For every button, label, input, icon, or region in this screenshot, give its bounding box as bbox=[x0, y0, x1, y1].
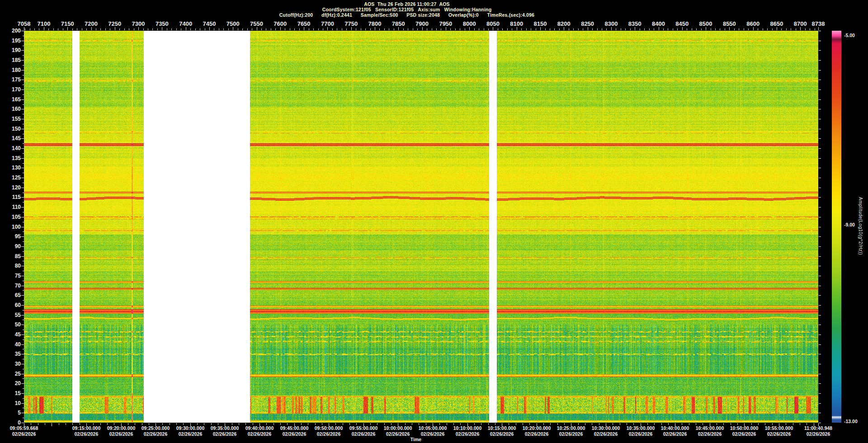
time-axis-minor-tick bbox=[100, 423, 101, 425]
y-axis-major-tick bbox=[21, 109, 24, 109]
time-axis-minor-tick bbox=[280, 423, 281, 425]
x-axis-minor-tick bbox=[507, 28, 508, 30]
x-axis-minor-tick bbox=[763, 28, 763, 30]
x-axis-major-tick bbox=[422, 27, 423, 30]
x-axis-major-tick bbox=[44, 27, 44, 30]
y-axis-tick-label: 55 bbox=[0, 312, 21, 318]
x-axis-tick-label: 7650 bbox=[290, 20, 317, 27]
x-axis-minor-tick bbox=[77, 28, 77, 30]
time-axis-minor-tick bbox=[370, 423, 371, 425]
x-axis-major-tick bbox=[91, 27, 92, 30]
time-axis-minor-tick bbox=[786, 423, 786, 425]
y-axis-minor-tick bbox=[23, 231, 24, 232]
colorbar-axis-label: Amplitude(Log10(g^2/Hz)) bbox=[858, 197, 863, 255]
time-axis-minor-tick bbox=[419, 423, 419, 425]
y-axis-minor-tick bbox=[23, 212, 24, 212]
y-axis-tick-label: 15 bbox=[0, 390, 21, 396]
y-axis-right-tick bbox=[819, 383, 821, 384]
y-axis-tick-label: 95 bbox=[0, 233, 21, 240]
y-axis-major-tick bbox=[21, 383, 24, 384]
y-axis-minor-tick bbox=[23, 153, 24, 154]
time-axis-minor-tick bbox=[93, 423, 94, 425]
time-axis-minor-tick bbox=[335, 423, 336, 425]
y-axis-tick-label: 0 bbox=[0, 419, 21, 426]
x-axis-major-tick bbox=[659, 27, 659, 30]
time-axis-minor-tick bbox=[550, 423, 551, 425]
x-axis-minor-tick bbox=[408, 28, 408, 30]
y-axis-tick-label: 70 bbox=[0, 283, 21, 289]
spectrogram-canvas[interactable] bbox=[24, 31, 818, 423]
y-axis-right-tick bbox=[819, 31, 821, 31]
x-axis-minor-tick bbox=[630, 28, 631, 30]
x-axis-minor-tick bbox=[460, 28, 460, 30]
time-axis-minor-tick bbox=[142, 423, 142, 425]
x-axis-tick-label: 7100 bbox=[30, 20, 57, 27]
x-axis-tick-label: 8500 bbox=[692, 20, 719, 27]
x-axis-tick-label: 7850 bbox=[385, 20, 412, 27]
y-axis-major-tick bbox=[21, 60, 24, 61]
y-axis-right-tick bbox=[819, 335, 821, 335]
y-axis-minor-tick bbox=[23, 222, 24, 222]
y-axis-major-tick bbox=[21, 50, 24, 51]
x-axis-tick-label: 8150 bbox=[527, 20, 554, 27]
y-axis-minor-tick bbox=[23, 398, 24, 399]
x-axis-minor-tick bbox=[758, 28, 758, 30]
x-axis-minor-tick bbox=[602, 28, 602, 30]
x-axis-minor-tick bbox=[479, 28, 479, 30]
time-axis-minor-tick bbox=[66, 423, 66, 425]
header-psd-params: Cutoff(Hz):200 df(Hz):0.2441 Sample/Sec:… bbox=[0, 12, 814, 18]
time-axis-minor-tick bbox=[578, 423, 579, 425]
x-axis-minor-tick bbox=[290, 28, 290, 30]
x-axis-minor-tick bbox=[370, 28, 371, 30]
x-axis-minor-tick bbox=[100, 28, 101, 30]
time-axis-minor-tick bbox=[543, 423, 544, 425]
y-axis-right-tick bbox=[819, 236, 821, 237]
x-axis-major-tick bbox=[540, 27, 541, 30]
y-axis-major-tick bbox=[21, 148, 24, 149]
x-axis-minor-tick bbox=[403, 28, 404, 30]
x-axis-tick-label: 7500 bbox=[219, 20, 246, 27]
time-axis-label: 10:15:00.00002/26/2026 bbox=[488, 425, 516, 437]
time-axis-minor-tick bbox=[38, 423, 38, 425]
time-axis-minor-tick bbox=[204, 423, 204, 425]
x-axis-minor-tick bbox=[39, 28, 39, 30]
y-axis-tick-label: 200 bbox=[0, 28, 21, 34]
time-axis-minor-tick bbox=[488, 423, 489, 425]
time-axis-label: 10:35:00.00002/26/2026 bbox=[627, 425, 655, 437]
y-axis-right-tick bbox=[819, 41, 821, 41]
x-axis-minor-tick bbox=[465, 28, 465, 30]
y-axis-right-tick bbox=[819, 197, 821, 198]
x-axis-major-tick bbox=[67, 27, 68, 30]
time-axis-label: 09:05:59.66802/26/2026 bbox=[10, 425, 38, 437]
x-axis-tick-label: 7450 bbox=[196, 20, 223, 27]
x-axis-minor-tick bbox=[342, 28, 342, 30]
y-axis-right-tick bbox=[819, 286, 821, 286]
y-axis-right-tick bbox=[819, 266, 821, 266]
x-axis-minor-tick bbox=[379, 28, 380, 30]
x-axis-minor-tick bbox=[223, 28, 224, 30]
x-axis-minor-tick bbox=[810, 28, 810, 30]
time-axis-minor-tick bbox=[723, 423, 724, 425]
time-axis-minor-tick bbox=[245, 423, 246, 425]
y-axis-tick-label: 90 bbox=[0, 243, 21, 250]
y-axis-major-tick bbox=[21, 217, 24, 217]
time-axis-minor-tick bbox=[557, 423, 558, 425]
y-axis-right-tick bbox=[819, 50, 821, 51]
x-axis-minor-tick bbox=[181, 28, 181, 30]
y-axis-right-tick bbox=[819, 246, 821, 247]
time-axis-minor-tick bbox=[308, 423, 308, 425]
y-axis-major-tick bbox=[21, 335, 24, 335]
y-axis-major-tick bbox=[21, 325, 24, 325]
y-axis-tick-label: 80 bbox=[0, 263, 21, 269]
y-axis-minor-tick bbox=[23, 134, 24, 134]
x-axis-minor-tick bbox=[796, 28, 796, 30]
x-axis-major-tick bbox=[398, 27, 399, 30]
y-axis-tick-label: 160 bbox=[0, 106, 21, 112]
x-axis-minor-tick bbox=[663, 28, 664, 30]
x-axis-tick-label: 7900 bbox=[409, 20, 436, 27]
y-axis-minor-tick bbox=[23, 369, 24, 369]
x-axis-tick-label: 7950 bbox=[432, 20, 459, 27]
time-axis-minor-tick bbox=[176, 423, 177, 425]
x-axis-minor-tick bbox=[441, 28, 441, 30]
time-axis-label: 09:55:00.00002/26/2026 bbox=[349, 425, 377, 437]
